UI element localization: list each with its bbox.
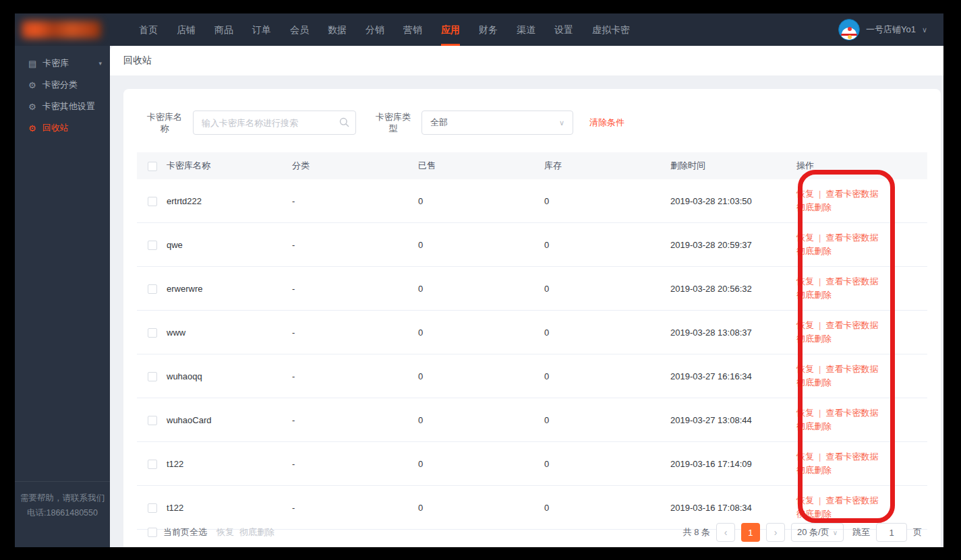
sidebar-item-label: 卡密其他设置 bbox=[42, 100, 95, 113]
help-contact: 需要帮助，请联系我们 电话:18661480550 bbox=[15, 481, 110, 520]
permanent-delete-link[interactable]: 彻底删除 bbox=[796, 290, 832, 300]
restore-link[interactable]: 恢复 bbox=[796, 452, 814, 462]
category-cell: - bbox=[292, 240, 418, 250]
view-data-link[interactable]: 查看卡密数据 bbox=[825, 276, 878, 286]
category-cell: - bbox=[292, 503, 418, 513]
actions-cell: 恢复|查看卡密数据 彻底删除 bbox=[796, 319, 927, 346]
batch-delete-button[interactable]: 彻底删除 bbox=[239, 526, 274, 538]
nav-item[interactable]: 渠道 bbox=[507, 13, 545, 46]
library-icon: ▤ bbox=[28, 59, 36, 69]
nav-item[interactable]: 会员 bbox=[281, 13, 318, 46]
permanent-delete-link[interactable]: 彻底删除 bbox=[796, 465, 832, 475]
row-checkbox[interactable] bbox=[148, 197, 157, 206]
select-page-checkbox[interactable] bbox=[148, 528, 157, 537]
link-separator: | bbox=[819, 276, 821, 286]
restore-link[interactable]: 恢复 bbox=[796, 495, 814, 505]
restore-link[interactable]: 恢复 bbox=[796, 189, 814, 199]
chevron-down-icon: ∨ bbox=[922, 26, 927, 34]
view-data-link[interactable]: 查看卡密数据 bbox=[825, 408, 878, 418]
jump-label: 跳至 bbox=[852, 526, 870, 538]
jump-page-input[interactable] bbox=[876, 523, 907, 542]
nav-item[interactable]: 订单 bbox=[243, 13, 281, 46]
jump-suffix: 页 bbox=[913, 526, 922, 538]
nav-item[interactable]: 设置 bbox=[545, 13, 583, 46]
col-sold: 已售 bbox=[418, 160, 544, 172]
sidebar-item[interactable]: ⚙ 卡密其他设置 bbox=[15, 96, 110, 117]
nav-item-label: 首页 bbox=[139, 24, 158, 35]
sidebar-item[interactable]: ⚙ 卡密分类 bbox=[15, 74, 110, 96]
nav-menu: 首页 店铺 商品 订单 会员 数据 分销 营销 应用 财务 渠道 设置 虚拟卡密 bbox=[129, 13, 639, 46]
sidebar-item[interactable]: ▤ 卡密库 ▾ bbox=[15, 53, 110, 74]
row-checkbox[interactable] bbox=[148, 503, 157, 513]
restore-link[interactable]: 恢复 bbox=[796, 364, 814, 374]
user-menu[interactable]: 一号店铺Yo1 ∨ bbox=[838, 19, 927, 40]
table-row: wuhaoCard - 0 0 2019-03-27 13:08:44 恢复|查… bbox=[137, 398, 927, 442]
type-select[interactable]: 全部 ∨ bbox=[421, 111, 573, 135]
col-deleted-time: 删除时间 bbox=[670, 160, 796, 172]
nav-item-label: 订单 bbox=[252, 24, 271, 35]
category-cell: - bbox=[292, 415, 418, 425]
restore-link[interactable]: 恢复 bbox=[796, 276, 814, 286]
row-checkbox[interactable] bbox=[148, 460, 157, 469]
gear-icon: ⚙ bbox=[28, 102, 36, 112]
table-row: wuhaoqq - 0 0 2019-03-27 16:16:34 恢复|查看卡… bbox=[137, 354, 927, 398]
deleted-time-cell: 2019-03-28 20:56:32 bbox=[670, 284, 796, 294]
stock-cell: 0 bbox=[544, 459, 670, 469]
search-input[interactable] bbox=[193, 111, 356, 135]
row-checkbox[interactable] bbox=[148, 284, 157, 294]
nav-item[interactable]: 分销 bbox=[356, 13, 394, 46]
restore-link[interactable]: 恢复 bbox=[796, 232, 814, 243]
permanent-delete-link[interactable]: 彻底删除 bbox=[796, 421, 832, 431]
row-checkbox[interactable] bbox=[148, 241, 157, 250]
nav-item[interactable]: 虚拟卡密 bbox=[583, 13, 639, 46]
nav-item[interactable]: 数据 bbox=[318, 13, 356, 46]
current-page-button[interactable]: 1 bbox=[741, 523, 760, 542]
select-all-checkbox[interactable] bbox=[148, 162, 157, 171]
batch-restore-button[interactable]: 恢复 bbox=[216, 526, 234, 538]
sidebar: ▤ 卡密库 ▾ ⚙ 卡密分类 ⚙ 卡密其他设置 ⚙ 回收站 需要帮助，请联系我们… bbox=[15, 46, 110, 547]
view-data-link[interactable]: 查看卡密数据 bbox=[825, 189, 878, 199]
col-actions: 操作 bbox=[796, 160, 927, 172]
nav-item-label: 设置 bbox=[554, 24, 573, 35]
next-page-button[interactable]: › bbox=[766, 523, 785, 542]
view-data-link[interactable]: 查看卡密数据 bbox=[825, 452, 878, 462]
permanent-delete-link[interactable]: 彻底删除 bbox=[796, 246, 832, 256]
restore-link[interactable]: 恢复 bbox=[796, 320, 814, 330]
chevron-down-icon: ∨ bbox=[833, 529, 838, 536]
deleted-time-cell: 2019-03-28 20:59:37 bbox=[670, 240, 796, 250]
app-window: 首页 店铺 商品 订单 会员 数据 分销 营销 应用 财务 渠道 设置 虚拟卡密… bbox=[15, 13, 943, 547]
nav-item[interactable]: 首页 bbox=[129, 13, 167, 46]
store-logo bbox=[22, 21, 101, 38]
table-row: t122 - 0 0 2019-03-16 17:14:09 恢复|查看卡密数据… bbox=[137, 442, 927, 486]
permanent-delete-link[interactable]: 彻底删除 bbox=[796, 202, 832, 212]
permanent-delete-link[interactable]: 彻底删除 bbox=[796, 377, 832, 387]
table-header: 卡密库名称 分类 已售 库存 删除时间 操作 bbox=[137, 152, 927, 179]
nav-item[interactable]: 店铺 bbox=[167, 13, 205, 46]
view-data-link[interactable]: 查看卡密数据 bbox=[825, 232, 878, 243]
restore-link[interactable]: 恢复 bbox=[796, 408, 814, 418]
name-cell: erwerwre bbox=[167, 284, 292, 294]
actions-cell: 恢复|查看卡密数据 彻底删除 bbox=[796, 363, 927, 390]
view-data-link[interactable]: 查看卡密数据 bbox=[825, 364, 878, 374]
clear-filters-link[interactable]: 清除条件 bbox=[589, 117, 624, 129]
sidebar-item[interactable]: ⚙ 回收站 bbox=[15, 117, 110, 139]
view-data-link[interactable]: 查看卡密数据 bbox=[825, 495, 878, 505]
permanent-delete-link[interactable]: 彻底删除 bbox=[796, 334, 832, 344]
name-cell: t122 bbox=[167, 503, 292, 513]
gear-icon: ⚙ bbox=[28, 80, 36, 90]
nav-item[interactable]: 商品 bbox=[205, 13, 243, 46]
row-checkbox[interactable] bbox=[148, 416, 157, 425]
nav-item[interactable]: 营销 bbox=[394, 13, 432, 46]
total-count: 共 8 条 bbox=[683, 526, 710, 538]
nav-item-label: 财务 bbox=[479, 24, 498, 35]
page-size-select[interactable]: 20 条/页 ∨ bbox=[791, 523, 844, 542]
stock-cell: 0 bbox=[544, 503, 670, 513]
view-data-link[interactable]: 查看卡密数据 bbox=[825, 320, 878, 330]
nav-item[interactable]: 应用 bbox=[432, 13, 469, 46]
prev-page-button[interactable]: ‹ bbox=[716, 523, 735, 542]
chevron-down-icon: ∨ bbox=[559, 119, 564, 127]
stock-cell: 0 bbox=[544, 415, 670, 425]
nav-item[interactable]: 财务 bbox=[469, 13, 507, 46]
row-checkbox[interactable] bbox=[148, 372, 157, 381]
row-checkbox[interactable] bbox=[148, 328, 157, 338]
